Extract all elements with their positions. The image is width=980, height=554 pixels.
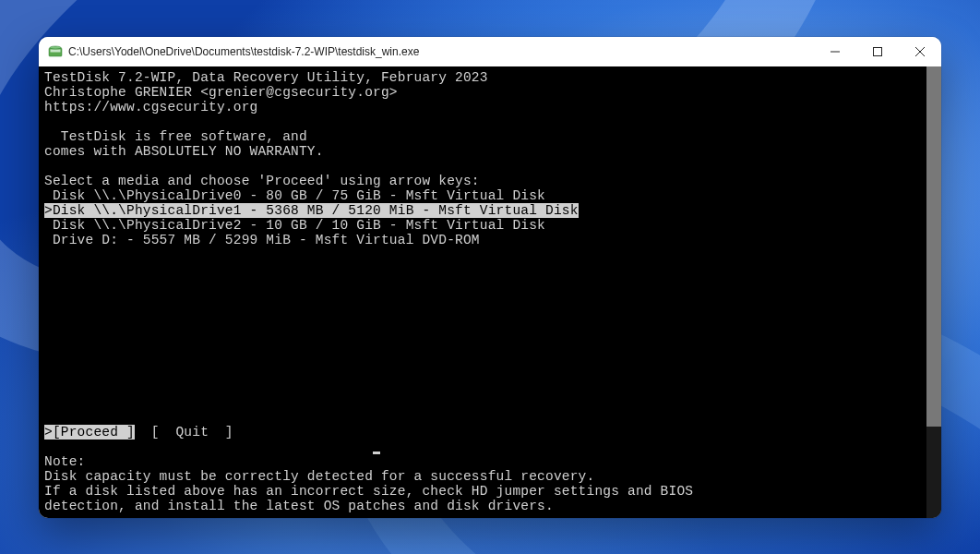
note-line: If a disk listed above has an incorrect … — [44, 484, 936, 499]
svg-rect-1 — [51, 50, 61, 53]
close-button[interactable] — [899, 37, 941, 66]
header-line: TestDisk 7.2-WIP, Data Recovery Utility,… — [44, 70, 936, 85]
menu-marker: > — [44, 425, 53, 440]
blank-line — [44, 262, 936, 277]
window-title: C:\Users\Yodel\OneDrive\Documents\testdi… — [68, 45, 814, 58]
scrollbar-thumb[interactable] — [926, 66, 941, 427]
disk-option[interactable]: Disk \\.\PhysicalDrive0 - 80 GB / 75 GiB… — [44, 188, 936, 203]
menu-line: >[Proceed ] [ Quit ] — [44, 425, 936, 440]
window-controls — [814, 37, 941, 66]
intro-line: TestDisk is free software, and — [44, 129, 936, 144]
blank-line — [44, 247, 936, 262]
cursor-icon — [373, 452, 380, 454]
blank-line — [44, 410, 936, 425]
blank-line — [44, 321, 936, 336]
svg-point-2 — [50, 46, 61, 49]
header-line: https://www.cgsecurity.org — [44, 100, 936, 114]
minimize-button[interactable] — [814, 37, 856, 66]
cursor-line — [44, 440, 936, 454]
blank-line — [44, 159, 936, 174]
blank-line — [44, 380, 936, 395]
terminal-area[interactable]: TestDisk 7.2-WIP, Data Recovery Utility,… — [39, 66, 941, 518]
scrollbar[interactable] — [926, 66, 941, 518]
disk-option[interactable]: Drive D: - 5557 MB / 5299 MiB - Msft Vir… — [44, 233, 936, 247]
app-icon — [48, 44, 63, 59]
blank-line — [44, 395, 936, 410]
application-window: C:\Users\Yodel\OneDrive\Documents\testdi… — [39, 37, 941, 518]
maximize-button[interactable] — [856, 37, 899, 66]
intro-line: comes with ABSOLUTELY NO WARRANTY. — [44, 144, 936, 159]
disk-option-selected[interactable]: >Disk \\.\PhysicalDrive1 - 5368 MB / 512… — [44, 203, 936, 218]
blank-line — [44, 366, 936, 380]
prompt-line: Select a media and choose 'Proceed' usin… — [44, 174, 936, 188]
blank-line — [44, 292, 936, 307]
titlebar[interactable]: C:\Users\Yodel\OneDrive\Documents\testdi… — [39, 37, 941, 66]
note-line: detection, and install the latest OS pat… — [44, 499, 936, 513]
blank-line — [44, 351, 936, 366]
svg-rect-4 — [874, 48, 882, 56]
menu-gap — [135, 425, 151, 440]
note-line: Disk capacity must be correctly detected… — [44, 469, 936, 484]
header-line: Christophe GRENIER <grenier@cgsecurity.o… — [44, 85, 936, 100]
blank-line — [44, 307, 936, 321]
disk-option[interactable]: Disk \\.\PhysicalDrive2 - 10 GB / 10 GiB… — [44, 218, 936, 233]
blank-line — [44, 114, 936, 129]
blank-line — [44, 336, 936, 351]
note-line: Note: — [44, 454, 936, 469]
quit-option[interactable]: [ Quit ] — [151, 425, 233, 440]
proceed-option[interactable]: [Proceed ] — [53, 425, 135, 440]
blank-line — [44, 277, 936, 292]
